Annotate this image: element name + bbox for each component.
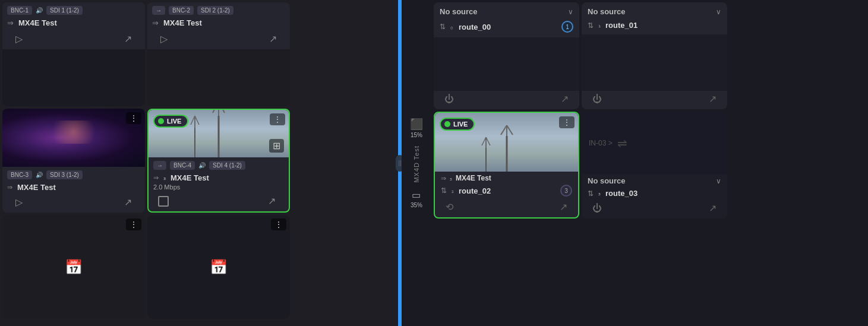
route-00-source: No source	[440, 7, 478, 16]
cpu-value: 15%	[411, 132, 422, 138]
route-00-power[interactable]: ⏻	[444, 94, 454, 105]
route-00-actions: ⏻ ↗	[434, 91, 579, 109]
play-button-1[interactable]: ▷	[12, 32, 26, 46]
route-01-dropdown[interactable]: ∨	[716, 8, 721, 16]
expand-button-1[interactable]: ↗	[121, 32, 135, 46]
route-03-source: No source	[588, 176, 626, 185]
svg-line-2	[213, 110, 219, 113]
route-03-source-header: No source ∨	[582, 174, 727, 188]
more-button-3[interactable]: ⋮	[126, 112, 141, 124]
handle-icon: ||	[398, 160, 401, 166]
route-card-00: No source ∨ ⇅ ₀ route_00 1 ⏻ ↗	[434, 2, 579, 109]
card-1-header: BNC-1 🔊 SDI 1 (1-2)	[2, 2, 145, 17]
source-card-5: 📅 ⋮	[2, 215, 145, 319]
windmill-svg-left	[183, 110, 254, 157]
input-icon-4: ⇒	[153, 174, 159, 182]
play-button-3[interactable]: ▷	[12, 195, 26, 209]
middle-strip: ⬛ 15% MX4D Test ▭ 35%	[402, 0, 431, 326]
route-03-name: route_03	[605, 189, 637, 198]
expand-button-4[interactable]: ↗	[264, 194, 279, 208]
cpu-icon: ⬛	[410, 118, 423, 131]
stop-button-4[interactable]	[158, 196, 169, 207]
audio-icon-1: 🔊	[36, 7, 43, 14]
route-02-thumbnail: LIVE ⋮	[435, 113, 578, 172]
expand-button-2[interactable]: ↗	[266, 32, 280, 46]
card-4-bitrate: 2.0 Mbps	[149, 183, 289, 192]
card-4-actions: ↗	[149, 192, 289, 211]
bnc-name-2: BNC-2	[169, 6, 194, 15]
route-01-power[interactable]: ⏻	[592, 94, 602, 105]
gpu-value: 35%	[411, 202, 422, 208]
route-02-actions: ⟲ ↗	[435, 199, 578, 217]
route-02-noloop[interactable]: ⟲	[446, 201, 453, 213]
route-03-power[interactable]: ⏻	[592, 203, 602, 214]
card-5-thumbnail: 📅 ⋮	[2, 215, 145, 319]
expand-button-3[interactable]: ↗	[121, 195, 135, 209]
source-card-3: ⋮ BNC-3 🔊 SDI 3 (1-2) ⇒ MX4E Test ▷ ↗	[2, 109, 145, 213]
card-2-actions: ▷ ↗	[147, 30, 290, 49]
audio-icon-3: 🔊	[36, 172, 43, 178]
sdi-badge-2: SDI 2 (1-2)	[197, 6, 233, 15]
route-03-expand[interactable]: ↗	[709, 202, 717, 214]
route-02-badge: 3	[560, 185, 572, 197]
route-02-name: route_02	[459, 186, 491, 195]
windmill-svg-right	[471, 124, 542, 172]
route-01-name: route_01	[605, 21, 637, 30]
live-text-02: LIVE	[453, 121, 468, 128]
more-button-6[interactable]: ⋮	[271, 219, 286, 230]
in03-route-icon: ⇌	[617, 136, 627, 150]
grid-button-4[interactable]: ⊞	[269, 139, 284, 153]
source-card-6: 📅 ⋮	[147, 215, 290, 319]
more-button-02[interactable]: ⋮	[559, 116, 575, 128]
route-01-header: No source ∨	[582, 2, 727, 18]
route-01-thumb	[582, 34, 727, 91]
route-01-source: No source	[588, 7, 626, 16]
route-00-expand[interactable]: ↗	[561, 93, 569, 105]
route-02-row: ⇅ ₂ route_02 3	[435, 183, 578, 199]
thumb-dark-2	[147, 49, 290, 106]
card-1-title-row: ⇒ MX4E Test	[2, 17, 145, 30]
card-1-thumbnail	[2, 49, 145, 106]
route-03-dropdown[interactable]: ∨	[716, 177, 721, 185]
route-00-name: route_00	[459, 23, 491, 31]
card-3-header: BNC-3 🔊 SDI 3 (1-2)	[2, 167, 145, 182]
route-card-02: LIVE ⋮ ⇒ ₃ MX4E Test ⇅ ₂ route_02 3 ⟲ ↗	[434, 112, 579, 219]
card-1-title: MX4E Test	[18, 18, 57, 27]
card-3-thumbnail: ⋮	[2, 109, 145, 167]
more-button-4[interactable]: ⋮	[270, 113, 285, 125]
svg-line-15	[486, 137, 490, 145]
card-3-actions: ▷ ↗	[2, 193, 145, 213]
card-4-header: → BNC-4 🔊 SDI 4 (1-2)	[149, 157, 289, 172]
route-00-sub: ₀	[450, 23, 453, 31]
route-00-icon: ⇅	[440, 23, 446, 31]
left-panel: BNC-1 🔊 SDI 1 (1-2) ⇒ MX4E Test ▷ ↗ → BN…	[0, 0, 398, 326]
route-00-dropdown[interactable]: ∨	[568, 8, 573, 16]
card-2-title: MX4E Test	[163, 18, 202, 27]
bnc-badge-2: →	[152, 6, 165, 15]
thumb-nebula	[2, 109, 145, 167]
input-icon-2: ⇒	[152, 18, 159, 27]
bnc-arrow-4: →	[153, 161, 166, 170]
route-02-input-icon: ⇒	[441, 175, 446, 182]
sdi-badge-3: SDI 3 (1-2)	[46, 170, 83, 179]
main-layout: BNC-1 🔊 SDI 1 (1-2) ⇒ MX4E Test ▷ ↗ → BN…	[0, 0, 868, 326]
route-00-thumb	[434, 37, 579, 91]
route-03-thumbnail: IN-03 > ⇌	[582, 112, 727, 174]
source-card-2: → BNC-2 SDI 2 (1-2) ⇒ MX4E Test ▷ ↗	[147, 2, 290, 106]
route-02-source-row: ⇒ ₃ MX4E Test	[435, 172, 578, 183]
thumb-dark-1	[2, 49, 145, 106]
route-01-actions: ⏻ ↗	[582, 91, 727, 109]
route-02-expand[interactable]: ↗	[560, 201, 567, 213]
card-3-title: MX4E Test	[17, 183, 56, 192]
gpu-icon: ▭	[412, 189, 421, 201]
route-02-icon: ⇅	[441, 186, 447, 195]
in03-label: IN-03 >	[589, 139, 613, 147]
card-1-actions: ▷ ↗	[2, 30, 145, 49]
sdi-badge-4: SDI 4 (1-2)	[209, 161, 245, 170]
more-button-5[interactable]: ⋮	[126, 219, 141, 230]
thumb-6: 📅	[147, 215, 290, 319]
route-01-expand[interactable]: ↗	[709, 93, 717, 105]
play-button-2[interactable]: ▷	[157, 32, 171, 46]
svg-line-3	[219, 110, 225, 113]
in03-display: IN-03 > ⇌	[582, 112, 727, 174]
